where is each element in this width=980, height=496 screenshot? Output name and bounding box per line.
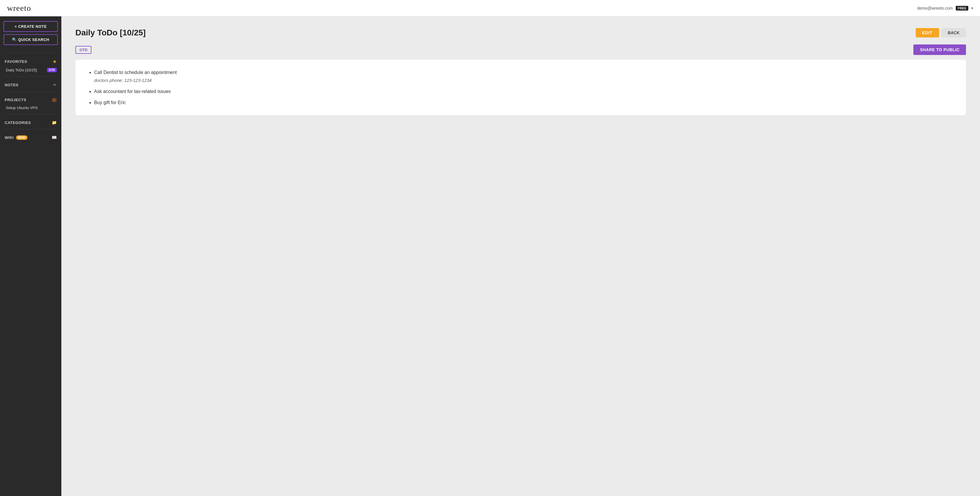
sidebar: + CREATE NOTE 🔍 QUICK SEARCH FAVORITES ★…: [0, 16, 61, 496]
header-actions: EDIT BACK: [916, 28, 966, 37]
sidebar-divider-5: [3, 129, 58, 129]
gtd-tag[interactable]: GTD: [75, 46, 91, 54]
wiki-label-row: WIKI NEW!: [5, 136, 27, 140]
sidebar-ubuntu-vps-label: Setup Ubuntu VPS: [6, 105, 38, 110]
sidebar-wiki-label: WIKI: [5, 136, 14, 140]
header-right: demo@wreeto.com FREE ▾: [917, 6, 973, 11]
sidebar-categories-label: CATEGORIES: [5, 121, 31, 125]
main-layout: + CREATE NOTE 🔍 QUICK SEARCH FAVORITES ★…: [0, 16, 980, 496]
sidebar-note-daily-todo-label: Daily ToDo [10/25]: [6, 68, 37, 72]
user-dropdown-arrow[interactable]: ▾: [971, 6, 973, 10]
top-header: wreeto demo@wreeto.com FREE ▾: [0, 0, 980, 16]
note-item-sub-1: doctors phone: 123-123-1234: [94, 77, 954, 84]
sidebar-favorites-label: FAVORITES: [5, 59, 27, 64]
content-area: Daily ToDo [10/25] EDIT BACK GTD SHARE T…: [61, 16, 980, 496]
share-to-public-button[interactable]: SHARE TO PUBLIC: [913, 45, 966, 55]
edit-button[interactable]: EDIT: [916, 28, 939, 37]
book-icon: 📖: [52, 135, 57, 140]
note-title: Daily ToDo [10/25]: [75, 28, 146, 37]
pencil-icon: ✏: [53, 83, 57, 87]
sidebar-item-ubuntu-vps[interactable]: Setup Ubuntu VPS: [3, 104, 58, 111]
free-badge: FREE: [956, 6, 968, 11]
note-list-item: Buy gift for Eric: [94, 99, 954, 106]
note-meta: GTD SHARE TO PUBLIC: [75, 45, 966, 55]
sidebar-section-favorites[interactable]: FAVORITES ★: [3, 56, 58, 65]
sidebar-notes-label: NOTES: [5, 83, 18, 87]
content-header: Daily ToDo [10/25] EDIT BACK: [75, 28, 966, 37]
sidebar-projects-label: PROJECTS: [5, 98, 26, 102]
note-item-text-2: Ask accountant for tax-related issues: [94, 89, 171, 94]
note-item-text-3: Buy gift for Eric: [94, 100, 126, 105]
note-list-item: Ask accountant for tax-related issues: [94, 88, 954, 95]
sidebar-section-projects[interactable]: PROJECTS 💼: [3, 94, 58, 103]
note-card: Call Dentist to schedule an appointment …: [75, 60, 966, 115]
sidebar-item-daily-todo[interactable]: Daily ToDo [10/25] GTD: [3, 67, 58, 73]
note-list-item: Call Dentist to schedule an appointment …: [94, 69, 954, 84]
quick-search-button[interactable]: 🔍 QUICK SEARCH: [3, 34, 58, 45]
create-note-button[interactable]: + CREATE NOTE: [3, 21, 58, 32]
user-email: demo@wreeto.com: [917, 6, 953, 11]
star-icon: ★: [52, 59, 57, 64]
note-list: Call Dentist to schedule an appointment …: [87, 69, 954, 106]
logo: wreeto: [7, 3, 31, 13]
sidebar-section-notes[interactable]: NOTES ✏: [3, 80, 58, 88]
briefcase-icon: 💼: [52, 97, 57, 102]
back-button[interactable]: BACK: [942, 28, 966, 37]
sidebar-divider-1: [3, 53, 58, 53]
sidebar-section-wiki[interactable]: WIKI NEW! 📖: [3, 132, 58, 141]
new-badge: NEW!: [16, 136, 27, 140]
gtd-badge-sidebar: GTD: [47, 68, 57, 72]
note-item-text-1: Call Dentist to schedule an appointment: [94, 70, 177, 75]
folder-icon: 📁: [52, 120, 57, 125]
sidebar-section-categories[interactable]: CATEGORIES 📁: [3, 117, 58, 126]
